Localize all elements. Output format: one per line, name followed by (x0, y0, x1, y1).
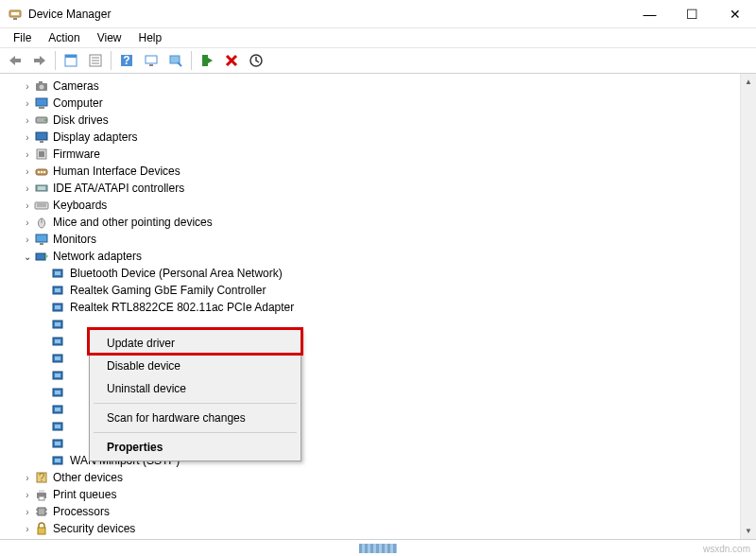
vertical-scrollbar[interactable]: ▲ ▼ (740, 74, 756, 539)
back-button[interactable] (4, 49, 26, 72)
tree-category[interactable]: ›Mice and other pointing devices (4, 214, 740, 231)
svg-rect-39 (36, 235, 47, 242)
ctx-uninstall-device[interactable]: Uninstall device (92, 377, 299, 400)
tree-device[interactable]: Bluetooth Device (Personal Area Network) (4, 265, 740, 282)
update-driver-button[interactable] (164, 49, 187, 72)
network-adapter-icon (51, 368, 66, 383)
computer-icon (34, 96, 49, 111)
svg-rect-61 (55, 425, 60, 428)
chevron-right-icon[interactable]: › (21, 217, 34, 228)
ide-icon (34, 181, 49, 196)
svg-rect-76 (38, 528, 45, 534)
tree-category[interactable]: ›Keyboards (4, 197, 740, 214)
tree-device[interactable]: Realtek Gaming GbE Family Controller (4, 282, 740, 299)
network-adapter-icon (51, 266, 66, 281)
tree-category[interactable]: ›Computer (4, 95, 740, 112)
network-adapter-icon (51, 334, 66, 349)
tree-category[interactable]: ›Firmware (4, 146, 740, 163)
svg-rect-24 (40, 141, 43, 143)
forward-button[interactable] (28, 49, 51, 72)
svg-rect-63 (55, 442, 60, 445)
svg-rect-40 (40, 243, 43, 245)
ctx-properties[interactable]: Properties (92, 436, 299, 459)
menu-view[interactable]: View (90, 29, 129, 46)
chevron-right-icon[interactable]: › (21, 149, 34, 160)
tree-label: Computer (53, 96, 103, 110)
tree-category[interactable]: ›IDE ATA/ATAPI controllers (4, 180, 740, 197)
context-menu: Update driver Disable device Uninstall d… (89, 329, 301, 461)
tree-label: Firmware (53, 148, 100, 161)
minimize-button[interactable]: — (628, 0, 671, 27)
tree-device[interactable]: Realtek RTL8822CE 802.11ac PCIe Adapter (4, 299, 740, 316)
tree-category[interactable]: ›Disk drives (4, 112, 740, 129)
svg-point-17 (40, 85, 44, 90)
mouse-icon (34, 215, 49, 230)
maximize-button[interactable]: ☐ (671, 0, 713, 27)
tree-category[interactable]: ›Processors (4, 503, 740, 520)
chevron-right-icon[interactable]: › (21, 507, 34, 517)
menu-help[interactable]: Help (131, 29, 170, 46)
tree-category[interactable]: ›Display adapters (4, 129, 740, 146)
svg-text:?: ? (39, 471, 45, 484)
chevron-right-icon[interactable]: › (21, 132, 34, 143)
tree-category[interactable]: ›?Other devices (4, 469, 740, 486)
uninstall-device-button[interactable] (220, 49, 243, 72)
chevron-right-icon[interactable]: › (21, 473, 34, 483)
chevron-down-icon[interactable]: ⌄ (21, 252, 34, 262)
tree-label: Processors (53, 505, 110, 518)
tree-category[interactable]: ›Human Interface Devices (4, 163, 740, 180)
svg-rect-4 (65, 55, 77, 58)
chevron-right-icon[interactable]: › (21, 200, 34, 211)
svg-rect-12 (149, 64, 153, 66)
tree-category[interactable]: ›Security devices (4, 520, 740, 537)
keyboard-icon (34, 198, 49, 213)
svg-rect-11 (146, 56, 157, 63)
tree-category[interactable]: ⌄Network adapters (4, 248, 740, 265)
svg-rect-1 (11, 12, 19, 15)
window-title: Device Manager (28, 8, 628, 21)
scroll-up-icon[interactable]: ▲ (741, 74, 756, 90)
chevron-right-icon[interactable]: › (21, 115, 34, 126)
chevron-right-icon[interactable]: › (21, 98, 34, 109)
hid-icon (34, 164, 49, 179)
chevron-right-icon[interactable]: › (21, 183, 34, 194)
network-adapter-icon (51, 317, 66, 332)
svg-rect-65 (55, 459, 60, 462)
scan-hardware-button[interactable] (245, 49, 267, 72)
watermark: wsxdn.com (703, 544, 750, 554)
tree-label: IDE ATA/ATAPI controllers (53, 182, 184, 195)
show-hidden-button[interactable] (60, 49, 82, 72)
tree-category[interactable]: ›Print queues (4, 486, 740, 503)
network-adapter-icon (51, 436, 66, 451)
network-adapter-icon (51, 419, 66, 434)
chevron-right-icon[interactable]: › (21, 524, 34, 534)
menu-bar: File Action View Help (0, 28, 756, 47)
ctx-scan-hardware[interactable]: Scan for hardware changes (92, 407, 299, 429)
network-adapter-icon (51, 351, 66, 366)
chevron-right-icon[interactable]: › (21, 490, 34, 500)
svg-rect-20 (39, 107, 44, 109)
chevron-right-icon[interactable]: › (21, 166, 34, 177)
close-button[interactable]: ✕ (713, 0, 756, 27)
menu-file[interactable]: File (6, 29, 39, 46)
scan-button[interactable] (140, 49, 163, 72)
chevron-right-icon[interactable]: › (21, 81, 34, 92)
tree-label: Other devices (53, 471, 123, 484)
svg-rect-53 (55, 356, 60, 360)
menu-action[interactable]: Action (41, 29, 87, 46)
svg-rect-71 (38, 508, 45, 515)
help-button[interactable]: ? (115, 49, 138, 72)
scroll-down-icon[interactable]: ▼ (741, 523, 756, 539)
ctx-update-driver[interactable]: Update driver (92, 332, 299, 355)
tree-category[interactable]: ›Monitors (4, 231, 740, 248)
svg-rect-26 (39, 151, 44, 157)
svg-rect-30 (43, 171, 45, 173)
tree-label: Keyboards (53, 199, 107, 212)
properties-button[interactable] (84, 49, 107, 72)
tree-category[interactable]: ›Cameras (4, 78, 740, 95)
enable-device-button[interactable] (196, 49, 218, 72)
device-tree[interactable]: ›Cameras›Computer›Disk drives›Display ad… (0, 74, 740, 539)
chevron-right-icon[interactable]: › (21, 235, 34, 245)
ctx-disable-device[interactable]: Disable device (92, 355, 299, 377)
app-icon (8, 7, 23, 22)
